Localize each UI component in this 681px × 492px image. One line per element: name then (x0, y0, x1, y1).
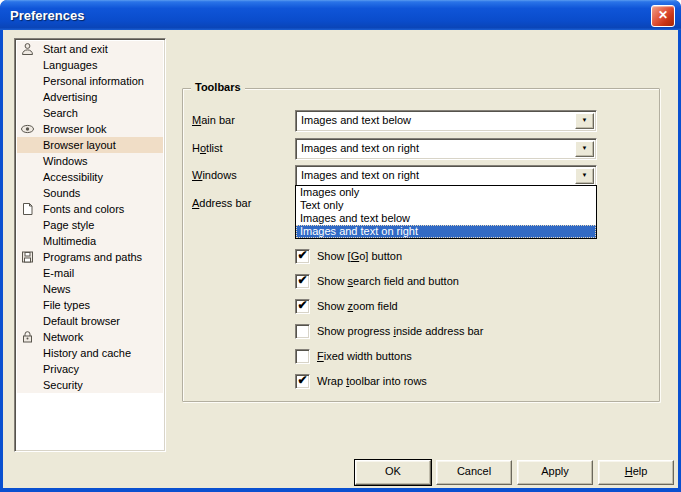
sidebar-item-label: Security (43, 379, 83, 391)
sidebar-item-search[interactable]: Search (17, 105, 163, 121)
dropdown-option[interactable]: Images and text below (296, 212, 596, 225)
sidebar-item-multimedia[interactable]: Multimedia (17, 233, 163, 249)
dropdown-option[interactable]: Text only (296, 199, 596, 212)
sidebar-item-label: Advertising (43, 91, 97, 103)
sidebar-item-label: Accessibility (43, 171, 103, 183)
sidebar-item-label: Personal information (43, 75, 144, 87)
sidebar-item-email[interactable]: E-mail (17, 265, 163, 281)
sidebar-item-sounds[interactable]: Sounds (17, 185, 163, 201)
window-title: Preferences (0, 8, 84, 23)
sidebar-item-news[interactable]: News (17, 281, 163, 297)
dropdown-option-selected[interactable]: Images and text on right (296, 225, 596, 238)
cancel-button[interactable]: Cancel (436, 460, 512, 485)
document-icon (19, 201, 36, 217)
sidebar-item-windows[interactable]: Windows (17, 153, 163, 169)
main-bar-label: Main bar (192, 114, 292, 128)
chevron-down-icon[interactable]: ▼ (575, 141, 594, 157)
checkbox-checked: ✔ (295, 374, 310, 389)
category-listbox: Start and exit Languages Personal inform… (14, 38, 166, 452)
sidebar-item-label: Privacy (43, 363, 79, 375)
sidebar-item-label: Sounds (43, 187, 80, 199)
checkbox-unchecked (295, 324, 310, 339)
hotlist-label: Hotlist (192, 142, 292, 156)
eye-icon (19, 121, 36, 137)
sidebar-item-label: Languages (43, 59, 97, 71)
apply-button[interactable]: Apply (517, 460, 593, 485)
windows-dropdown-list: Images only Text only Images and text be… (295, 185, 597, 239)
main-bar-combobox[interactable]: Images and text below ▼ (295, 110, 597, 132)
checkbox-unchecked (295, 349, 310, 364)
chevron-down-icon[interactable]: ▼ (575, 168, 594, 184)
sidebar-item-label: Programs and paths (43, 251, 142, 263)
combobox-value: Images and text below (301, 114, 574, 126)
sidebar-item-accessibility[interactable]: Accessibility (17, 169, 163, 185)
sidebar-item-history-and-cache[interactable]: History and cache (17, 345, 163, 361)
sidebar-item-start-and-exit[interactable]: Start and exit (17, 41, 163, 57)
close-icon[interactable]: ✕ (651, 5, 675, 27)
sidebar-item-label: History and cache (43, 347, 131, 359)
sidebar-item-languages[interactable]: Languages (17, 57, 163, 73)
sidebar-item-label: Page style (43, 219, 94, 231)
sidebar-item-file-types[interactable]: File types (17, 297, 163, 313)
person-icon (19, 41, 36, 57)
windows-combobox[interactable]: Images and text on right ▼ (295, 165, 597, 187)
sidebar-item-security[interactable]: Security (17, 377, 163, 393)
sidebar-item-label: News (43, 283, 71, 295)
sidebar-item-label: Network (43, 331, 83, 343)
sidebar-item-network[interactable]: Network (17, 329, 163, 345)
toolbars-groupbox: Toolbars Main bar Images and text below … (182, 88, 660, 402)
sidebar-item-programs-and-paths[interactable]: Programs and paths (17, 249, 163, 265)
sidebar-item-default-browser[interactable]: Default browser (17, 313, 163, 329)
sidebar-item-label: E-mail (43, 267, 74, 279)
lock-icon (19, 329, 36, 345)
sidebar-item-personal-information[interactable]: Personal information (17, 73, 163, 89)
help-button[interactable]: Help (598, 460, 674, 485)
sidebar-item-label: Search (43, 107, 78, 119)
preferences-dialog: Preferences ✕ Start and exit Languages P… (0, 0, 681, 492)
hotlist-combobox[interactable]: Images and text on right ▼ (295, 138, 597, 160)
sidebar-item-browser-layout[interactable]: Browser layout (17, 137, 163, 153)
sidebar-item-label: Default browser (43, 315, 120, 327)
combobox-value: Images and text on right (301, 169, 574, 181)
address-bar-label: Address bar (192, 197, 292, 211)
sidebar-item-privacy[interactable]: Privacy (17, 361, 163, 377)
title-bar[interactable]: Preferences ✕ (0, 0, 681, 30)
ok-button[interactable]: OK (355, 460, 431, 485)
sidebar-item-page-style[interactable]: Page style (17, 217, 163, 233)
combobox-value: Images and text on right (301, 142, 574, 154)
dropdown-option[interactable]: Images only (296, 186, 596, 199)
checkbox-checked: ✔ (295, 299, 310, 314)
checkbox-checked: ✔ (295, 274, 310, 289)
sidebar-item-label: Fonts and colors (43, 203, 124, 215)
dialog-body: Start and exit Languages Personal inform… (3, 30, 678, 488)
groupbox-title: Toolbars (191, 81, 245, 93)
sidebar-item-label: File types (43, 299, 90, 311)
sidebar-item-label: Start and exit (43, 43, 108, 55)
sidebar-item-browser-look[interactable]: Browser look (17, 121, 163, 137)
sidebar-item-fonts-and-colors[interactable]: Fonts and colors (17, 201, 163, 217)
sidebar-item-label: Browser look (43, 123, 107, 135)
checkbox-checked: ✔ (295, 249, 310, 264)
sidebar-item-label: Browser layout (43, 139, 116, 151)
sidebar-item-label: Multimedia (43, 235, 96, 247)
floppy-icon (19, 249, 36, 265)
chevron-down-icon[interactable]: ▼ (575, 113, 594, 129)
sidebar-item-advertising[interactable]: Advertising (17, 89, 163, 105)
sidebar-item-label: Windows (43, 155, 88, 167)
windows-label: Windows (192, 169, 292, 183)
